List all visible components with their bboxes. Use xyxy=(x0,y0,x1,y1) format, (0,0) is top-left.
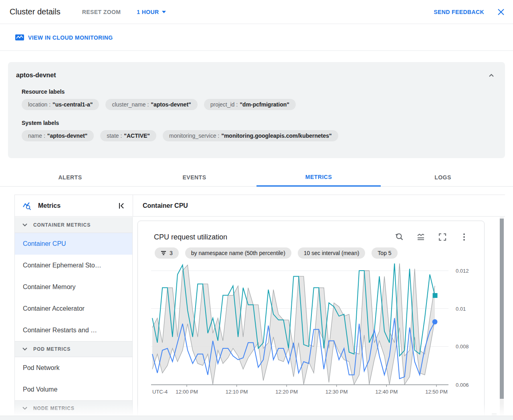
sidebar-scrollbar-track[interactable] xyxy=(500,217,504,416)
chip-value: "monitoring.googleapis.com/kubernetes" xyxy=(221,133,331,139)
monitoring-bar: VIEW IN CLOUD MONITORING xyxy=(0,24,513,51)
collapse-card-chevron-up-icon[interactable] xyxy=(487,71,496,80)
time-range-dropdown[interactable]: 1 HOUR xyxy=(137,9,166,15)
chip-key: project_id : xyxy=(210,101,238,108)
metrics-sidebar: CONTAINER METRICS Container CPU Containe… xyxy=(15,217,133,416)
chart-filter-chips: 3 by namespace name (50th percentile) 10… xyxy=(155,247,484,259)
system-labels-row: name : "aptos-devnet" state : "ACTIVE" m… xyxy=(22,130,497,141)
sidebar-item-container-memory[interactable]: Container Memory xyxy=(15,276,132,298)
svg-text:0.012: 0.012 xyxy=(456,268,469,274)
chip-key: cluster_name : xyxy=(112,101,149,108)
sidebar-item-container-restarts[interactable]: Container Restarts and … xyxy=(15,320,132,341)
svg-text:12:40 PM: 12:40 PM xyxy=(376,389,398,395)
svg-text:UTC-4: UTC-4 xyxy=(152,389,168,395)
close-icon[interactable] xyxy=(496,7,506,17)
section-node-metrics[interactable]: NODE METRICS xyxy=(15,400,132,416)
tab-logs[interactable]: LOGS xyxy=(381,168,505,187)
tab-alerts[interactable]: ALERTS xyxy=(8,168,132,187)
filter-count: 3 xyxy=(170,250,173,256)
sidebar-item-container-ephemeral-storage[interactable]: Container Ephemeral Sto… xyxy=(15,255,132,276)
system-label-chip: name : "aptos-devnet" xyxy=(22,130,94,141)
resource-label-chip: location : "us-central1-a" xyxy=(22,99,99,110)
resource-label-chip: cluster_name : "aptos-devnet" xyxy=(105,99,197,110)
top-header: Cluster details RESET ZOOM 1 HOUR SEND F… xyxy=(0,0,513,24)
sidebar-header: Metrics xyxy=(15,195,133,216)
svg-text:0.008: 0.008 xyxy=(456,344,469,350)
cluster-name: aptos-devnet xyxy=(16,72,497,79)
chip-value: "aptos-devnet" xyxy=(47,133,87,139)
sidebar-scrollbar-thumb[interactable] xyxy=(500,219,504,399)
collapse-sidebar-icon[interactable] xyxy=(117,201,126,211)
page-title: Cluster details xyxy=(10,7,61,16)
fullscreen-icon[interactable] xyxy=(438,232,447,242)
resource-labels-row: location : "us-central1-a" cluster_name … xyxy=(22,99,497,110)
section-container-metrics[interactable]: CONTAINER METRICS xyxy=(15,217,132,233)
svg-text:12:50 PM: 12:50 PM xyxy=(425,389,448,395)
reset-zoom-button[interactable]: RESET ZOOM xyxy=(82,9,121,15)
chart-title: CPU request utilization xyxy=(154,233,394,241)
panel-header: Metrics Container CPU xyxy=(15,195,505,217)
monitoring-chart-icon xyxy=(15,34,24,41)
tabs-bar: ALERTS EVENTS METRICS LOGS xyxy=(0,168,513,187)
chip-value: "dm-pcfmigration" xyxy=(240,101,289,108)
sidebar-item-pod-volume[interactable]: Pod Volume xyxy=(15,379,132,400)
svg-text:12:10 PM: 12:10 PM xyxy=(226,389,248,395)
metrics-chart-icon xyxy=(22,201,32,211)
chip-value: "ACTIVE" xyxy=(124,133,150,139)
chip-key: location : xyxy=(28,101,50,108)
view-in-cloud-monitoring-link[interactable]: VIEW IN CLOUD MONITORING xyxy=(28,34,113,41)
sidebar-item-container-cpu[interactable]: Container CPU xyxy=(15,233,132,255)
system-label-chip: state : "ACTIVE" xyxy=(100,130,156,141)
sidebar-item-pod-network[interactable]: Pod Network xyxy=(15,357,132,379)
svg-text:12:30 PM: 12:30 PM xyxy=(325,389,348,395)
cpu-chart-card: CPU request utilization xyxy=(137,221,485,420)
top5-chip[interactable]: Top 5 xyxy=(372,247,397,259)
chip-value: "aptos-devnet" xyxy=(151,101,191,108)
filter-count-chip[interactable]: 3 xyxy=(155,247,179,259)
chip-key: monitoring_service : xyxy=(169,133,219,139)
cpu-utilization-chart[interactable]: 12:00 PM12:10 PM12:20 PM12:30 PM12:40 PM… xyxy=(138,263,484,397)
send-feedback-button[interactable]: SEND FEEDBACK xyxy=(434,9,484,15)
tab-events[interactable]: EVENTS xyxy=(132,168,256,187)
chevron-down-icon xyxy=(22,407,27,410)
svg-text:0.006: 0.006 xyxy=(456,382,469,388)
section-label: NODE METRICS xyxy=(33,406,75,411)
tab-metrics[interactable]: METRICS xyxy=(256,168,381,187)
sidebar-title: Metrics xyxy=(38,202,111,209)
bottom-bar xyxy=(0,416,513,420)
section-label: CONTAINER METRICS xyxy=(33,222,91,228)
section-pod-metrics[interactable]: POD METRICS xyxy=(15,341,132,357)
svg-text:12:20 PM: 12:20 PM xyxy=(275,389,298,395)
chip-key: name : xyxy=(28,133,45,139)
interval-chip[interactable]: 10 sec interval (mean) xyxy=(298,247,366,259)
main-panel-title: Container CPU xyxy=(133,195,505,216)
cluster-info-card: aptos-devnet Resource labels location : … xyxy=(8,62,505,158)
chevron-down-icon xyxy=(22,223,27,227)
resource-labels-title: Resource labels xyxy=(22,88,497,95)
system-labels-title: System labels xyxy=(22,120,497,126)
chip-key: state : xyxy=(107,133,122,139)
chevron-down-icon xyxy=(162,11,166,13)
chevron-down-icon xyxy=(22,348,27,351)
svg-text:12:00 PM: 12:00 PM xyxy=(176,389,198,395)
section-label: POD METRICS xyxy=(33,346,71,352)
chart-type-area-icon[interactable] xyxy=(416,232,426,242)
filter-icon xyxy=(161,251,166,255)
chart-toolbar xyxy=(394,232,469,242)
zoom-reset-icon[interactable] xyxy=(394,232,404,242)
metrics-panel: Metrics Container CPU CONTAINER METRICS … xyxy=(14,195,505,416)
resource-label-chip: project_id : "dm-pcfmigration" xyxy=(204,99,296,110)
time-range-label: 1 HOUR xyxy=(137,9,159,15)
svg-text:0.01: 0.01 xyxy=(456,306,466,312)
sidebar-item-container-accelerator[interactable]: Container Accelerator xyxy=(15,298,132,320)
more-vertical-icon[interactable] xyxy=(459,232,469,242)
system-label-chip: monitoring_service : "monitoring.googlea… xyxy=(163,130,338,141)
chip-value: "us-central1-a" xyxy=(53,101,93,108)
groupby-chip[interactable]: by namespace name (50th percentile) xyxy=(185,247,291,259)
